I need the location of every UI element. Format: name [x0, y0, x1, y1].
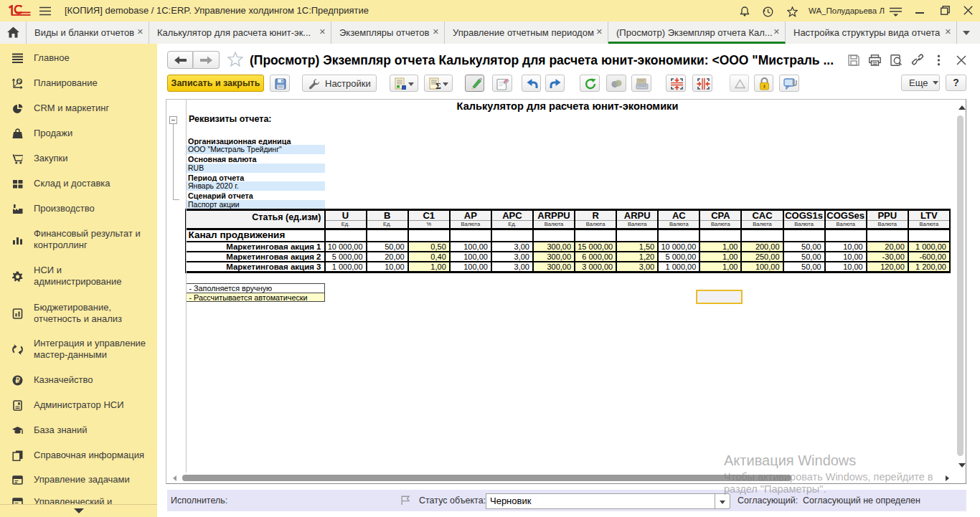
svg-text:Σ: Σ [435, 81, 441, 90]
svg-text:₽: ₽ [18, 79, 22, 84]
svg-text:₽: ₽ [16, 376, 21, 384]
